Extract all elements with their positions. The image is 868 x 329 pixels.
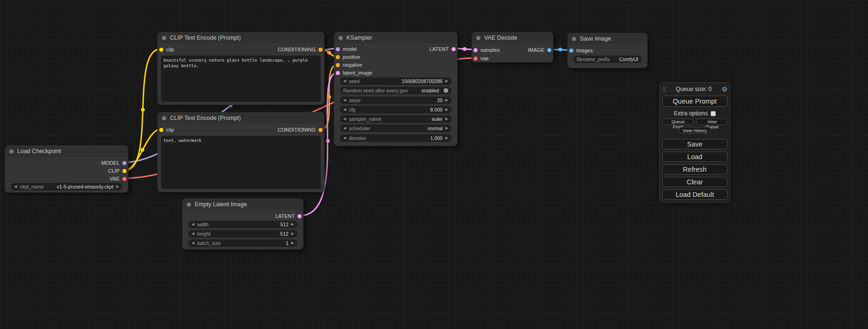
random-seed-toggle-widget[interactable]: Random seed after every gen enabled (340, 87, 452, 94)
save-button[interactable]: Save (662, 139, 727, 149)
images-input-slot[interactable] (569, 49, 573, 53)
node-title-bar[interactable]: Empty Latent Image (183, 199, 303, 210)
widget-label: batch_size (197, 240, 220, 246)
node-title-bar[interactable]: VAE Decode (472, 32, 553, 43)
node-title-bar[interactable]: Save Image (568, 33, 647, 44)
clear-button[interactable]: Clear (662, 177, 727, 187)
latent-image-input-slot[interactable] (336, 71, 340, 75)
vae-output-slot[interactable] (122, 177, 127, 181)
collapse-dot-icon[interactable] (9, 149, 14, 154)
batch-size-widget[interactable]: ◀ batch_size 1 ▶ (188, 239, 297, 247)
scheduler-widget[interactable]: ◀ scheduler normal ▶ (340, 125, 452, 132)
node-empty-latent-image[interactable]: Empty Latent Image LATENT ◀ width 512 ▶ … (182, 198, 303, 250)
increment-arrow-icon[interactable]: ▶ (291, 223, 294, 226)
decrement-arrow-icon[interactable]: ◀ (343, 126, 346, 130)
decrement-arrow-icon[interactable]: ◀ (343, 117, 346, 121)
latent-output-slot[interactable] (297, 214, 302, 218)
increment-arrow-icon[interactable]: ▶ (291, 232, 294, 236)
latent-output-slot[interactable] (452, 47, 456, 51)
sampler-name-widget[interactable]: ◀ sampler_name euler ▶ (340, 115, 452, 123)
increment-arrow-icon[interactable]: ▶ (445, 126, 448, 130)
prompt-textarea[interactable]: text, watermark (161, 136, 321, 189)
denoise-widget[interactable]: ◀ denoise 1.000 ▶ (340, 134, 452, 142)
widget-label: width (197, 222, 209, 227)
widget-value: normal (428, 126, 443, 131)
decrement-arrow-icon[interactable]: ◀ (343, 108, 346, 112)
decrement-arrow-icon[interactable]: ◀ (343, 79, 346, 83)
increment-arrow-icon[interactable]: ▶ (445, 136, 448, 140)
queue-front-button[interactable]: Queue Front (662, 119, 694, 125)
extra-options-checkbox[interactable] (711, 111, 716, 116)
collapse-dot-icon[interactable] (339, 36, 343, 40)
view-queue-button[interactable]: View Queue (696, 119, 727, 125)
increment-arrow-icon[interactable]: ▶ (445, 108, 448, 112)
samples-input-label: samples (480, 47, 500, 53)
node-vae-decode[interactable]: VAE Decode samples vae IMAGE (472, 32, 553, 63)
node-title-bar[interactable]: Load Checkpoint (5, 146, 128, 157)
model-input-slot[interactable] (336, 47, 340, 51)
widget-value: 8.000 (430, 107, 443, 112)
increment-arrow-icon[interactable]: ▶ (291, 241, 294, 245)
model-output-slot[interactable] (122, 161, 127, 165)
prompt-textarea[interactable]: beautiful scenery nature glass bottle la… (161, 56, 321, 102)
clip-output-slot[interactable] (122, 169, 127, 173)
widget-label: Random seed after every gen (343, 88, 408, 93)
decrement-arrow-icon[interactable]: ◀ (14, 185, 17, 189)
decrement-arrow-icon[interactable]: ◀ (191, 241, 194, 245)
vae-input-slot[interactable] (473, 56, 478, 61)
cfg-widget[interactable]: ◀ cfg 8.000 ▶ (340, 106, 452, 113)
view-history-button[interactable]: View History (678, 127, 712, 133)
widget-value: 512 (280, 231, 289, 237)
decrement-arrow-icon[interactable]: ◀ (191, 223, 194, 226)
node-title-bar[interactable]: CLIP Text Encode (Prompt) (158, 112, 324, 124)
settings-gear-icon[interactable]: ⚙ (721, 85, 727, 93)
collapse-dot-icon[interactable] (162, 116, 166, 120)
steps-widget[interactable]: ◀ steps 20 ▶ (340, 97, 452, 104)
node-clip-text-encode-positive[interactable]: CLIP Text Encode (Prompt) clip CONDITION… (157, 32, 325, 105)
filename-prefix-widget[interactable]: filename_prefix ComfyUI (573, 56, 642, 63)
drag-handle-icon[interactable]: ⣿ (662, 86, 666, 92)
collapse-dot-icon[interactable] (476, 36, 480, 40)
node-load-checkpoint[interactable]: Load Checkpoint MODEL CLIP VAE ◀ ckpt_na… (5, 145, 128, 193)
clip-input-slot[interactable] (159, 48, 163, 52)
node-title-bar[interactable]: KSampler (334, 32, 457, 43)
queue-history-row: View History (662, 127, 727, 133)
decrement-arrow-icon[interactable]: ◀ (343, 136, 346, 140)
width-widget[interactable]: ◀ width 512 ▶ (188, 221, 297, 228)
ckpt-name-widget[interactable]: ◀ ckpt_name v1-5-pruned-emaonly.ckpt ▶ (11, 183, 122, 190)
seed-widget[interactable]: ◀ seed 156680208700286 ▶ (340, 77, 452, 85)
decrement-arrow-icon[interactable]: ◀ (343, 98, 346, 102)
node-save-image[interactable]: Save Image images filename_prefix ComfyU… (567, 33, 648, 68)
collapse-dot-icon[interactable] (162, 36, 166, 40)
increment-arrow-icon[interactable]: ▶ (445, 98, 448, 102)
negative-input-slot[interactable] (336, 63, 340, 67)
extra-options-row: Extra options (662, 110, 727, 117)
extra-options-label: Extra options (674, 110, 708, 117)
node-title-bar[interactable]: CLIP Text Encode (Prompt) (158, 32, 324, 43)
collapse-dot-icon[interactable] (187, 203, 191, 207)
increment-arrow-icon[interactable]: ▶ (445, 117, 448, 121)
load-default-button[interactable]: Load Default (662, 189, 727, 200)
height-widget[interactable]: ◀ height 512 ▶ (188, 230, 297, 238)
widget-value: enabled (422, 88, 439, 93)
increment-arrow-icon[interactable]: ▶ (445, 79, 448, 83)
decrement-arrow-icon[interactable]: ◀ (191, 232, 194, 236)
load-button[interactable]: Load (662, 152, 727, 162)
samples-input-slot[interactable] (473, 48, 478, 52)
queue-panel: ⣿ Queue size: 0 ⚙ Queue Prompt Extra opt… (659, 82, 730, 203)
input-slot-row: model (336, 46, 357, 52)
positive-input-slot[interactable] (336, 55, 340, 59)
increment-arrow-icon[interactable]: ▶ (116, 185, 119, 189)
queue-prompt-button[interactable]: Queue Prompt (662, 96, 727, 107)
refresh-button[interactable]: Refresh (662, 164, 727, 175)
graph-canvas[interactable]: Load Checkpoint MODEL CLIP VAE ◀ ckpt_na… (0, 0, 868, 329)
conditioning-output-slot[interactable] (318, 128, 323, 132)
node-title: CLIP Text Encode (Prompt) (170, 35, 241, 41)
node-clip-text-encode-negative[interactable]: CLIP Text Encode (Prompt) clip CONDITION… (157, 112, 325, 192)
image-output-slot[interactable] (547, 48, 551, 52)
clip-input-slot[interactable] (159, 128, 163, 132)
conditioning-output-slot[interactable] (318, 48, 323, 52)
toggle-indicator-icon[interactable] (444, 88, 448, 93)
node-ksampler[interactable]: KSampler model positive negative latent_… (334, 32, 458, 146)
collapse-dot-icon[interactable] (572, 37, 576, 41)
